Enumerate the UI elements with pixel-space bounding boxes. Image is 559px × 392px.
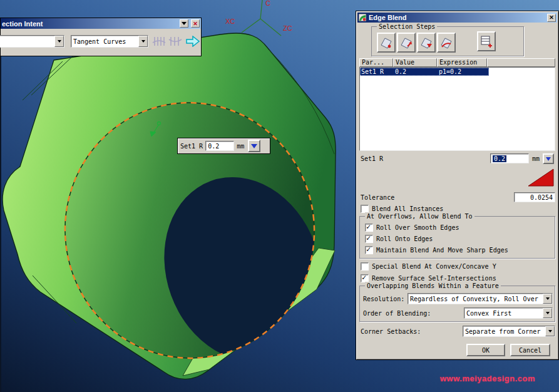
float-options-button[interactable] — [248, 140, 260, 152]
ok-button[interactable]: OK — [466, 344, 505, 356]
checkbox-label: Special Blend At Convex/Concave Y — [372, 263, 496, 270]
tolerance-label: Tolerance — [361, 194, 394, 201]
follow-fillet-button[interactable] — [167, 34, 183, 48]
edge-blend-title: Edge Blend — [369, 14, 545, 21]
select-tangent-icon — [419, 36, 433, 49]
overlapping-group-label: Overlapping Blends Within a Feature — [365, 282, 501, 290]
dropdown-arrow-icon — [548, 330, 552, 333]
row-value: 0.2 — [394, 68, 438, 76]
order-of-blending-label: Order of Blending: — [363, 310, 431, 317]
row-param: Set1 R — [360, 68, 394, 76]
order-of-blending-dropdown[interactable]: Convex First — [464, 307, 553, 319]
application-window: XC ZC C Set1 R 0.2 mm ection Intent ✕ — [0, 0, 559, 392]
table-header-value[interactable]: Value — [393, 58, 437, 67]
axis-label-xc: XC — [225, 18, 235, 25]
corner-setbacks-dropdown[interactable]: Separate from Corner — [463, 326, 555, 337]
resolution-dropdown[interactable]: Regardless of Convexity, Roll Over — [408, 293, 553, 304]
edge-blend-dialog: Edge Blend ✕ Selection Steps — [356, 11, 559, 360]
order-of-blending-value: Convex First — [464, 310, 543, 317]
checkbox-box[interactable] — [361, 205, 369, 213]
dropdown-arrow-button[interactable] — [543, 294, 552, 304]
overlapping-blends-group: Overlapping Blends Within a Feature Reso… — [359, 286, 555, 322]
table-header-filler — [487, 58, 555, 67]
axis-label-zc: ZC — [283, 24, 292, 32]
selection-intent-titlebar[interactable]: ection Intent ✕ — [1, 18, 201, 29]
blend-chain-icon — [439, 36, 453, 49]
tolerance-field[interactable]: 0.0254 — [514, 192, 555, 202]
resolution-value: Regardless of Convexity, Roll Over — [408, 296, 543, 302]
edge-blend-icon — [359, 14, 366, 21]
curve-rule-dropdown[interactable]: Tangent Curves — [71, 35, 148, 48]
checkbox-remove-self-intersections[interactable]: Remove Surface Self-Intersections — [361, 274, 496, 282]
float-radius-value: 0.2 — [208, 143, 219, 150]
current-param-unit: mm — [532, 155, 540, 162]
step-add-tangent-button[interactable] — [417, 33, 436, 53]
checkbox-maintain-blend[interactable]: Maintain Blend And Move Sharp Edges — [365, 245, 508, 254]
selection-intent-collapse-button[interactable] — [180, 19, 188, 28]
selection-filter-dropdown[interactable] — [0, 35, 64, 48]
current-param-label: Set1 R — [361, 155, 383, 162]
dropdown-arrow-button[interactable] — [545, 326, 555, 336]
add-new-set-button[interactable] — [477, 31, 496, 51]
checkbox-roll-over-smooth[interactable]: Roll Over Smooth Edges — [365, 223, 459, 232]
checkbox-label: Blend All Instances — [372, 205, 443, 212]
dropdown-arrow-button[interactable] — [54, 36, 64, 47]
spinner-down-icon — [546, 157, 551, 161]
float-param-label: Set1 R — [180, 143, 203, 150]
checkbox-label: Roll Onto Edges — [376, 235, 433, 242]
checkbox-special-blend[interactable]: Special Blend At Convex/Concave Y — [361, 262, 496, 271]
table-row-selected[interactable]: Set1 R 0.2 p1=0.2 — [360, 68, 489, 76]
table-header-expression[interactable]: Expression — [437, 58, 487, 67]
dropdown-arrow-button[interactable] — [138, 36, 148, 47]
corner-setbacks-value: Separate from Corner — [463, 328, 545, 335]
table-header-param[interactable]: Par... — [359, 58, 393, 67]
row-expression: p1=0.2 — [438, 68, 488, 76]
float-unit-label: mm — [237, 143, 244, 150]
axis-label-yc: C — [265, 0, 270, 7]
step-select-edge-button[interactable] — [377, 33, 396, 53]
checkbox-box[interactable] — [365, 235, 373, 243]
dropdown-arrow-icon — [58, 40, 61, 43]
apply-direction-button[interactable] — [526, 167, 555, 188]
edge-blend-titlebar[interactable]: Edge Blend ✕ — [357, 13, 557, 23]
selection-intent-window: ection Intent ✕ Tangent Curves — [0, 18, 202, 56]
stop-at-intersection-button[interactable] — [151, 34, 167, 48]
select-face-icon — [399, 36, 413, 49]
float-radius-field[interactable]: 0.2 — [205, 141, 234, 151]
onscreen-radius-input-box: Set1 R 0.2 mm — [177, 138, 270, 154]
checkbox-roll-onto-edges[interactable]: Roll Onto Edges — [365, 234, 433, 243]
red-triangle-icon — [526, 167, 555, 188]
checkbox-label: Maintain Blend And Move Sharp Edges — [376, 247, 508, 254]
overflow-group-label: At Overflows, Allow Blend To — [365, 212, 474, 220]
step-select-face-button[interactable] — [397, 33, 416, 53]
edge-blend-close-button[interactable]: ✕ — [547, 14, 556, 22]
viewport-left-edge — [0, 56, 1, 392]
cancel-button[interactable]: Cancel — [510, 344, 550, 356]
selection-steps-label: Selection Steps — [377, 23, 437, 31]
selection-intent-close-button[interactable]: ✕ — [191, 19, 200, 28]
confirm-selection-button[interactable] — [185, 34, 201, 48]
current-param-value: 0.2 — [493, 155, 506, 162]
collapse-arrow-icon — [182, 22, 187, 25]
checkbox-box[interactable] — [361, 274, 369, 282]
dropdown-arrow-button[interactable] — [543, 308, 552, 318]
step-blend-chain-button[interactable] — [437, 33, 456, 53]
overflow-options-group: At Overflows, Allow Blend To Roll Over S… — [359, 216, 555, 259]
dropdown-arrow-icon — [546, 297, 550, 300]
checkbox-box[interactable] — [365, 224, 373, 232]
checkbox-box[interactable] — [361, 262, 369, 271]
checkbox-blend-all-instances[interactable]: Blend All Instances — [361, 204, 443, 213]
cyan-arrow-icon — [185, 36, 200, 47]
dropdown-arrow-icon — [546, 312, 550, 314]
selection-intent-body: Tangent Curves — [1, 29, 201, 56]
param-options-button[interactable] — [543, 153, 554, 164]
checkbox-box[interactable] — [365, 246, 373, 254]
selection-steps-group: Selection Steps — [371, 26, 524, 56]
select-edge-icon — [379, 36, 393, 49]
dropdown-arrow-icon — [141, 40, 145, 43]
table-body[interactable]: Set1 R 0.2 p1=0.2 — [359, 67, 555, 151]
selection-intent-title: ection Intent — [2, 20, 177, 28]
current-param-field[interactable]: 0.2 — [490, 153, 529, 163]
curve-rule-value: Tangent Curves — [71, 38, 138, 45]
fence-arc-icon — [168, 36, 182, 47]
